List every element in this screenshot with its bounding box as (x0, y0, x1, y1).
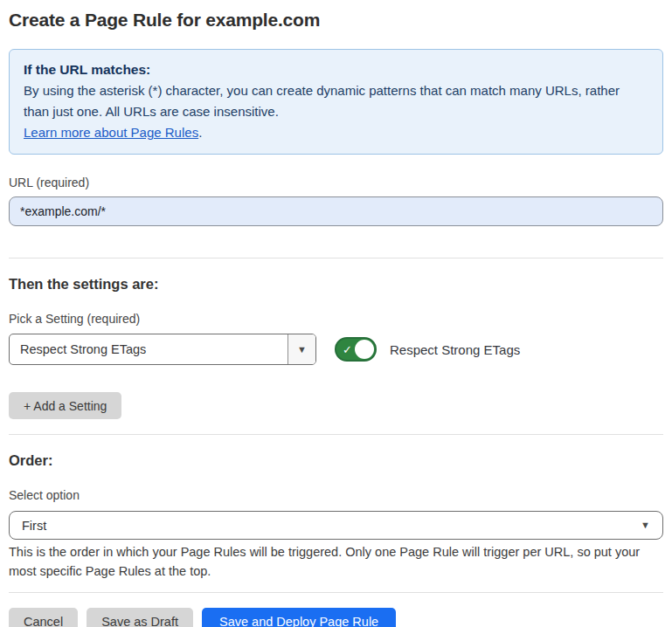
toggle-label: Respect Strong ETags (390, 342, 520, 357)
save-as-draft-button[interactable]: Save as Draft (87, 608, 193, 627)
create-page-rule-form: Create a Page Rule for example.com If th… (0, 8, 672, 627)
setting-toggle[interactable]: ✓ (335, 337, 377, 362)
section-divider (9, 592, 663, 593)
info-box-body: By using the asterisk (*) character, you… (24, 80, 648, 122)
toggle-knob (355, 340, 374, 359)
info-box-heading: If the URL matches: (24, 59, 648, 80)
section-divider (9, 258, 663, 258)
settings-section-heading: Then the settings are: (9, 275, 663, 293)
setting-select-value: Respect Strong ETags (10, 334, 288, 364)
section-divider (9, 434, 663, 435)
chevron-down-icon: ▼ (641, 520, 650, 530)
pick-setting-label: Pick a Setting (required) (9, 312, 663, 327)
setting-row: Respect Strong ETags ▼ ✓ Respect Strong … (9, 334, 663, 365)
learn-more-link[interactable]: Learn more about Page Rules (24, 125, 198, 140)
add-setting-button[interactable]: + Add a Setting (9, 392, 121, 419)
order-select-label: Select option (9, 488, 663, 503)
check-icon: ✓ (343, 344, 352, 355)
order-section-heading: Order: (9, 451, 663, 469)
url-input[interactable] (9, 196, 663, 226)
url-match-info-box: If the URL matches: By using the asteris… (9, 49, 663, 155)
chevron-down-icon: ▼ (297, 345, 307, 355)
setting-select[interactable]: Respect Strong ETags ▼ (9, 334, 316, 365)
info-link-line: Learn more about Page Rules. (24, 122, 648, 143)
save-and-deploy-button[interactable]: Save and Deploy Page Rule (202, 608, 396, 627)
order-help-text: This is the order in which your Page Rul… (9, 543, 660, 581)
cancel-button[interactable]: Cancel (9, 608, 78, 627)
setting-select-arrow-button[interactable]: ▼ (288, 334, 315, 364)
form-actions: Cancel Save as Draft Save and Deploy Pag… (9, 608, 663, 627)
order-select[interactable]: First ▼ (9, 511, 663, 540)
url-field-label: URL (required) (9, 176, 663, 190)
order-select-value: First (22, 519, 46, 533)
page-title: Create a Page Rule for example.com (9, 8, 663, 31)
link-suffix: . (198, 125, 202, 140)
